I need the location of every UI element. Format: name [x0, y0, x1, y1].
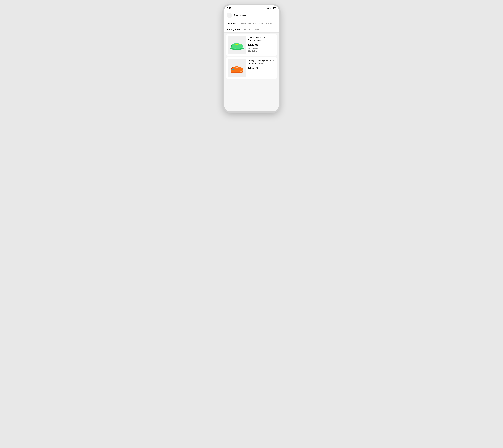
- tab-watchlist[interactable]: Watchlist: [227, 20, 239, 26]
- shoe-image-1: [228, 39, 245, 51]
- battery-fill: [273, 8, 274, 9]
- tab-ended[interactable]: Ended: [253, 28, 260, 32]
- signal-icon: [267, 7, 269, 9]
- status-bar: 9:15: [224, 5, 279, 11]
- tab-ending-soon[interactable]: Ending soon: [227, 28, 240, 32]
- back-icon: ‹: [229, 14, 230, 16]
- shoe-image-2: [228, 62, 245, 75]
- listing-time-1: 11d 2h left: [248, 50, 275, 52]
- page-title: Favorites: [234, 14, 247, 17]
- phone-frame: 9:15 ‹ Favorites Watchlist: [224, 5, 279, 111]
- listing-shipping-1: Free shipping: [248, 47, 275, 49]
- tab-saved-sellers[interactable]: Saved Sellers: [257, 20, 274, 26]
- wifi-icon: [269, 7, 272, 9]
- listing-info-2: Orange Men's Sprinter Size 10 Track Shoe…: [248, 59, 275, 70]
- tab-saved-searches[interactable]: Saved Searches: [239, 20, 257, 26]
- primary-tabs: Watchlist Saved Searches Saved Sellers: [224, 20, 279, 26]
- listing-title-2: Orange Men's Sprinter Size 10 Track Shoe…: [248, 59, 275, 65]
- listing-price-2: $110.75: [248, 66, 275, 70]
- listing-title-1: Colorful Men's Size 10 Running shoes: [248, 36, 275, 42]
- listing-info-1: Colorful Men's Size 10 Running shoes $12…: [248, 36, 275, 52]
- secondary-tabs: Ending soon Active Ended: [224, 27, 279, 32]
- listings-content: Colorful Men's Size 10 Running shoes $12…: [224, 33, 279, 111]
- listing-image-2: [228, 59, 246, 77]
- listing-image-1: [228, 36, 246, 54]
- header: ‹ Favorites: [224, 11, 279, 20]
- listing-card-1[interactable]: Colorful Men's Size 10 Running shoes $12…: [226, 34, 277, 56]
- status-time: 9:15: [227, 7, 231, 9]
- listing-price-1: $120.99: [248, 43, 275, 47]
- status-icons: [267, 7, 276, 9]
- listing-card-2[interactable]: Orange Men's Sprinter Size 10 Track Shoe…: [226, 57, 277, 79]
- tab-active[interactable]: Active: [244, 28, 250, 32]
- battery-icon: [273, 7, 276, 9]
- back-button[interactable]: ‹: [227, 13, 232, 18]
- svg-marker-0: [267, 7, 269, 9]
